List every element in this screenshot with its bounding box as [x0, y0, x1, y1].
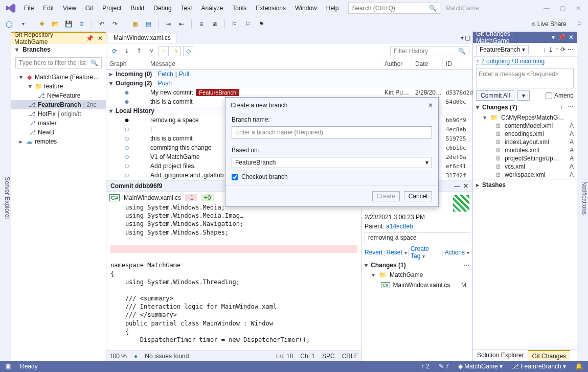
- uncomment-icon[interactable]: ≢: [209, 18, 220, 30]
- revert-link[interactable]: Revert: [365, 249, 382, 256]
- bookmark-icon[interactable]: 🏳: [229, 18, 240, 30]
- diff-code[interactable]: using System.Windows.Media; using System…: [106, 203, 361, 351]
- changed-file[interactable]: 🗎vcs.xmlA: [473, 162, 577, 171]
- git-repo-tab[interactable]: Git Repository - MatchGame 📌 ✕: [11, 32, 106, 44]
- minimize-detail-icon[interactable]: —: [454, 182, 460, 190]
- reset-link[interactable]: Reset: [386, 249, 406, 256]
- remotes-node[interactable]: ☁remotes: [11, 137, 106, 146]
- view1-icon[interactable]: ⑂: [159, 46, 169, 56]
- amend-checkbox[interactable]: Amend: [546, 92, 574, 99]
- fetch-link[interactable]: Fetch: [158, 71, 173, 78]
- redo-icon[interactable]: ↷: [109, 18, 121, 30]
- menu-extensions[interactable]: Extensions: [251, 3, 290, 14]
- sync-icon[interactable]: ⟳: [560, 46, 566, 53]
- menu-build[interactable]: Build: [126, 3, 149, 14]
- create-tag-link[interactable]: Create Tag: [411, 245, 441, 260]
- view3-icon[interactable]: ◇: [183, 46, 193, 56]
- save-icon[interactable]: 💾: [63, 18, 74, 30]
- actions-link[interactable]: Actions: [445, 249, 469, 256]
- fetch-icon[interactable]: ↓: [543, 46, 546, 53]
- branches-header[interactable]: Branches: [11, 44, 106, 55]
- changed-file[interactable]: 🗎indexLayout.xmlA: [473, 138, 577, 146]
- based-on-select[interactable]: FeatureBranch▾: [232, 157, 432, 168]
- branch-master[interactable]: ⎇master: [11, 119, 106, 128]
- changed-file[interactable]: 🗎projectSettingsUp…A: [473, 154, 577, 162]
- menu-file[interactable]: File: [19, 3, 38, 14]
- dropdown-icon[interactable]: ▾: [552, 34, 555, 41]
- commit-changes-section[interactable]: Changes (1)⋯: [365, 262, 469, 269]
- close-icon[interactable]: ✕: [576, 5, 581, 12]
- comment-icon[interactable]: ≡: [196, 18, 207, 30]
- pin-icon[interactable]: 📌: [86, 35, 94, 42]
- refresh-icon[interactable]: ⟳: [109, 46, 120, 56]
- menu-debug[interactable]: Debug: [149, 3, 176, 14]
- changed-file[interactable]: 🗎modules.xmlA: [473, 146, 577, 154]
- status-pending[interactable]: ✎ 7: [439, 363, 449, 370]
- undo-icon[interactable]: ↶: [96, 18, 107, 30]
- pull-icon[interactable]: ⤓: [548, 46, 553, 53]
- fetch-icon[interactable]: ⤓: [122, 46, 132, 56]
- save-all-icon[interactable]: 🗎: [76, 18, 87, 30]
- outdent-icon[interactable]: ⇤: [176, 18, 187, 30]
- commit-message-input[interactable]: Enter a message <Required>: [476, 68, 574, 88]
- tool-b-icon[interactable]: ▤: [143, 18, 154, 30]
- branch-filter-input[interactable]: Type here to filter the list 🔍: [15, 57, 102, 68]
- bookmark3-icon[interactable]: ⚑: [256, 18, 267, 30]
- pull-link[interactable]: Pull: [179, 71, 189, 78]
- indent-icon[interactable]: ⇥: [163, 18, 174, 30]
- commit-dropdown[interactable]: ▾: [517, 90, 530, 101]
- folder-feature[interactable]: 📁feature: [11, 82, 106, 91]
- branch-newb[interactable]: ⎇NewB: [11, 128, 106, 137]
- branch-newfeature[interactable]: ⎇NewFeature: [11, 91, 106, 100]
- close-icon[interactable]: ✕: [569, 34, 574, 41]
- sync-link[interactable]: ↑2 outgoing / 0 incoming: [473, 57, 577, 66]
- zoom-level[interactable]: 100 %: [109, 353, 127, 360]
- push-icon[interactable]: ⑂: [146, 46, 156, 56]
- open-icon[interactable]: 📂: [50, 18, 61, 30]
- history-filter-input[interactable]: Filter History 🔍: [390, 46, 469, 56]
- branch-hotfix[interactable]: ⎇HotFix | origin/tt: [11, 109, 106, 119]
- pin-icon[interactable]: 📌: [558, 34, 566, 41]
- dialog-close-icon[interactable]: ✕: [428, 102, 433, 109]
- parent-link[interactable]: a14ec8eb: [386, 223, 413, 230]
- more-icon[interactable]: ⋯: [568, 46, 574, 53]
- server-explorer-tab[interactable]: Server Explorer: [4, 176, 11, 220]
- view2-icon[interactable]: ⑊: [171, 46, 181, 56]
- doc-tab-mainwindow[interactable]: MainWindow.xaml.cs: [108, 33, 176, 43]
- changed-file[interactable]: 🗎workspace.xmlA: [473, 171, 577, 179]
- tab-close-all-icon[interactable]: ▢: [465, 34, 470, 41]
- menu-analyze[interactable]: Analyze: [197, 3, 228, 14]
- quick-search[interactable]: Search (Ctrl+Q) 🔍: [348, 3, 440, 14]
- status-notifications-icon[interactable]: 🔔: [575, 363, 583, 370]
- live-share-button[interactable]: ⎋ Live Share: [532, 20, 567, 28]
- nav-dropdown[interactable]: [16, 18, 28, 30]
- more-icon[interactable]: ⋯: [568, 103, 574, 111]
- stage-all-icon[interactable]: ＋: [558, 103, 564, 111]
- output-icon[interactable]: ▣: [5, 363, 11, 370]
- tool-a-icon[interactable]: ▦: [129, 18, 141, 30]
- minimize-icon[interactable]: —: [544, 5, 550, 12]
- changes-section[interactable]: Changes (7)＋⋯: [473, 101, 577, 113]
- checkout-branch-checkbox[interactable]: Checkout branch: [232, 173, 432, 180]
- menu-git[interactable]: Git: [81, 3, 98, 14]
- branch-selector[interactable]: FeatureBranch▾: [476, 45, 529, 54]
- menu-tools[interactable]: Tools: [228, 3, 251, 14]
- cancel-button[interactable]: Cancel: [404, 191, 432, 201]
- feedback-icon[interactable]: ⚐: [574, 18, 585, 30]
- new-item-icon[interactable]: ✚: [36, 18, 48, 30]
- menu-window[interactable]: Window: [290, 3, 322, 14]
- menu-help[interactable]: Help: [322, 3, 344, 14]
- nav-back-icon[interactable]: ◯: [3, 18, 14, 30]
- repo-root[interactable]: ◆MatchGame (Feature…: [11, 73, 106, 82]
- branch-name-input[interactable]: Enter a branch name (Required): [232, 126, 432, 138]
- push-icon[interactable]: ↑: [555, 46, 558, 53]
- status-branch[interactable]: ⎇ FeatureBranch ▾: [512, 363, 566, 370]
- commit-all-button[interactable]: Commit All: [476, 90, 514, 101]
- changes-project[interactable]: 📁MatchGame: [365, 271, 469, 279]
- menu-edit[interactable]: Edit: [38, 3, 58, 14]
- push-link[interactable]: Push: [158, 80, 172, 87]
- outgoing-section[interactable]: Outgoing (2) Push: [106, 79, 472, 88]
- changes-root[interactable]: 📁C:\MyRepos\MatchG…: [473, 113, 577, 122]
- stashes-section[interactable]: Stashes: [473, 179, 577, 191]
- branch-featurebranch[interactable]: ⎇FeatureBranch| 2nc: [11, 100, 106, 109]
